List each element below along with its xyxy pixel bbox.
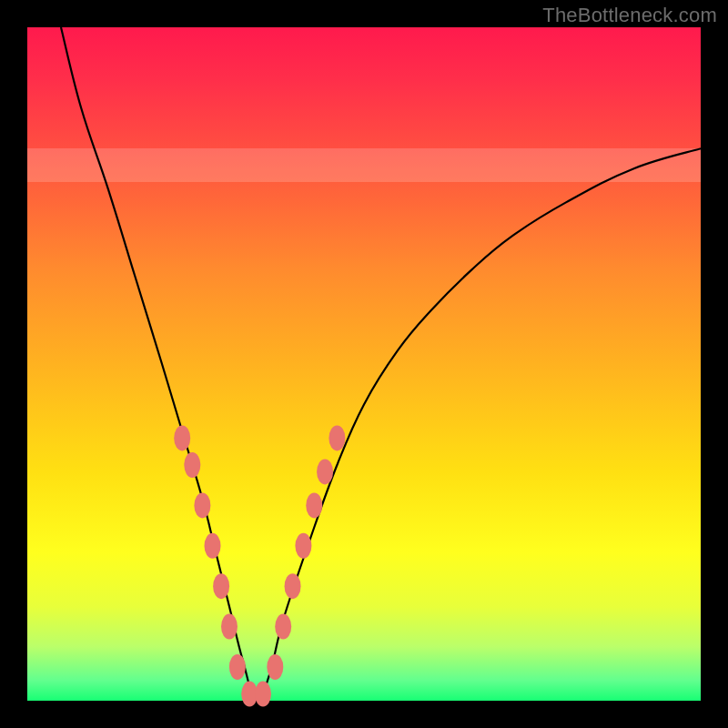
curve-marker <box>174 425 190 450</box>
curve-marker <box>275 614 291 640</box>
watermark-text: TheBottleneck.com <box>542 4 717 27</box>
curve-marker <box>295 533 311 559</box>
curve-marker <box>306 492 322 518</box>
bottleneck-curve <box>61 27 701 701</box>
curve-marker <box>221 614 238 640</box>
curve-marker <box>285 573 301 599</box>
curve-marker <box>317 459 333 484</box>
chart-frame: TheBottleneck.com <box>0 0 728 728</box>
curve-marker <box>255 682 271 707</box>
curve-marker <box>229 654 246 680</box>
curve-marker <box>205 533 221 559</box>
plot-area <box>27 27 701 701</box>
curve-marker <box>329 425 345 450</box>
marker-group <box>174 425 345 706</box>
curve-marker <box>213 573 229 599</box>
curve-layer <box>27 27 701 701</box>
curve-marker <box>267 654 283 680</box>
curve-marker <box>194 492 210 518</box>
curve-marker <box>184 452 200 478</box>
